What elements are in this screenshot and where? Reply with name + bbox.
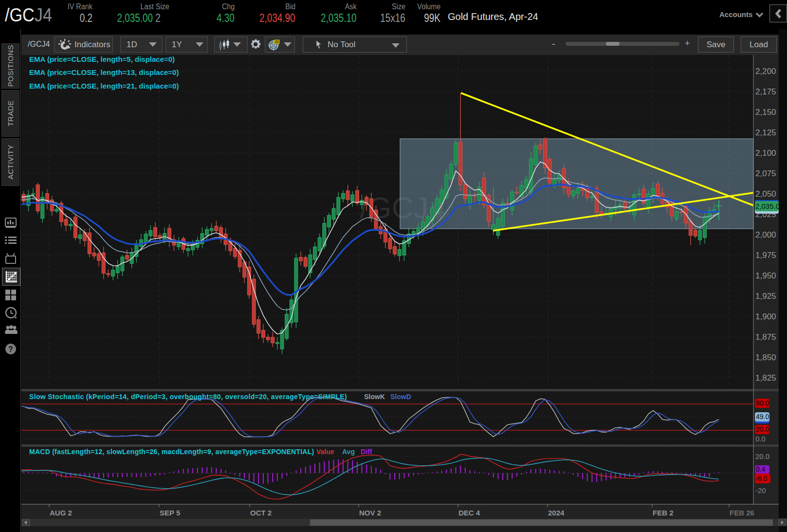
svg-text:MACD (fastLength=12, slowLengt: MACD (fastLength=12, slowLength=26, macd… bbox=[29, 448, 314, 456]
svg-text:EMA (price=CLOSE, length=5, di: EMA (price=CLOSE, length=5, displace=0) bbox=[29, 55, 175, 63]
svg-text:49.0: 49.0 bbox=[756, 413, 769, 421]
svg-text:-6.0: -6.0 bbox=[755, 475, 767, 482]
svg-text:1,925: 1,925 bbox=[755, 292, 776, 301]
svg-text:AUG 2: AUG 2 bbox=[50, 509, 72, 517]
svg-text:?: ? bbox=[8, 345, 13, 353]
svg-text:FEB 26: FEB 26 bbox=[730, 509, 754, 517]
svg-text:SlowK: SlowK bbox=[364, 393, 385, 401]
svg-text:OCT 2: OCT 2 bbox=[250, 509, 272, 517]
svg-text:2,175: 2,175 bbox=[755, 87, 776, 96]
svg-text:2,035.0: 2,035.0 bbox=[755, 202, 780, 210]
svg-text:SEP 5: SEP 5 bbox=[160, 509, 180, 517]
svg-text:2,100: 2,100 bbox=[755, 148, 776, 158]
svg-text:2,200: 2,200 bbox=[755, 67, 776, 76]
svg-text:EMA (price=CLOSE, length=13, d: EMA (price=CLOSE, length=13, displace=0) bbox=[29, 68, 179, 76]
svg-text:0.4: 0.4 bbox=[756, 465, 766, 473]
svg-text:2024: 2024 bbox=[548, 509, 565, 517]
svg-text:SlowD: SlowD bbox=[390, 393, 411, 401]
svg-text:Slow Stochastic (kPeriod=14, d: Slow Stochastic (kPeriod=14, dPeriod=3, … bbox=[29, 393, 347, 401]
svg-text:2,075: 2,075 bbox=[755, 169, 776, 178]
svg-text:Avg: Avg bbox=[342, 448, 355, 456]
svg-text:1,975: 1,975 bbox=[755, 251, 776, 260]
svg-text:1,825: 1,825 bbox=[755, 373, 776, 383]
svg-text:Diff: Diff bbox=[361, 448, 372, 456]
svg-text:-20: -20 bbox=[755, 486, 766, 495]
svg-text:1,950: 1,950 bbox=[755, 271, 776, 280]
svg-text:0.0: 0.0 bbox=[755, 435, 766, 443]
svg-text:EMA (price=CLOSE, length=21, d: EMA (price=CLOSE, length=21, displace=0) bbox=[29, 82, 179, 90]
svg-text:DEC 4: DEC 4 bbox=[458, 509, 480, 517]
svg-text:1,900: 1,900 bbox=[755, 312, 776, 321]
svg-text:2,125: 2,125 bbox=[755, 128, 776, 137]
svg-text:FEB 2: FEB 2 bbox=[653, 509, 674, 517]
svg-text:20.0: 20.0 bbox=[755, 452, 769, 460]
svg-text:Value: Value bbox=[316, 448, 334, 456]
svg-text:80.0: 80.0 bbox=[756, 399, 769, 407]
svg-text:1,850: 1,850 bbox=[755, 353, 776, 362]
svg-text:NOV 2: NOV 2 bbox=[359, 509, 381, 517]
svg-text:1,875: 1,875 bbox=[755, 332, 776, 342]
svg-text:20.0: 20.0 bbox=[756, 425, 769, 433]
svg-text:2,050: 2,050 bbox=[755, 189, 776, 199]
svg-text:2,000: 2,000 bbox=[755, 230, 776, 239]
svg-text:2,150: 2,150 bbox=[755, 108, 776, 117]
